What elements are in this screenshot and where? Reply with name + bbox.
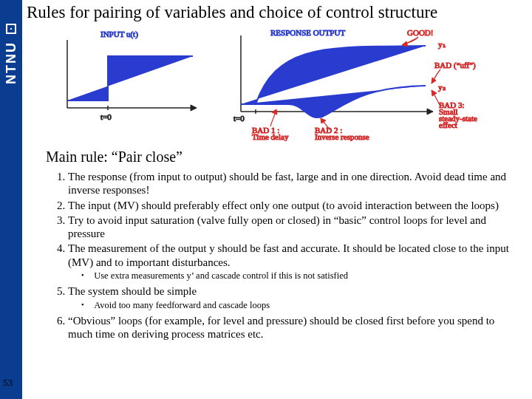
rule-1: The response (from input to output) shou… bbox=[68, 170, 519, 197]
bad-uff-label: BAD (“uff”) bbox=[434, 61, 476, 70]
rule-4-sub-item: Use extra measurements y’ and cascade co… bbox=[81, 270, 519, 282]
input-diagram: INPUT u(t) t=0 bbox=[49, 27, 204, 141]
rule-5-sub: Avoid too many feedforward and cascade l… bbox=[81, 300, 519, 311]
input-step-plot: INPUT u(t) t=0 bbox=[49, 27, 204, 126]
svg-marker-5 bbox=[427, 109, 433, 115]
svg-marker-1 bbox=[191, 105, 197, 111]
rule-4: The measurement of the output y should b… bbox=[68, 242, 519, 282]
slide-title: Rules for pairing of variables and choic… bbox=[27, 3, 526, 22]
diagrams: INPUT u(t) t=0 RESPONSE OUTPUT t=0 bbox=[49, 27, 526, 141]
page-number: 53 bbox=[3, 377, 13, 389]
input-title: INPUT u(t) bbox=[100, 30, 138, 39]
bad1-label: BAD 1 : Time delay bbox=[252, 126, 289, 141]
svg-marker-10 bbox=[272, 109, 277, 115]
brand-sidebar: NTNU bbox=[0, 0, 22, 399]
brand-text: NTNU bbox=[4, 41, 19, 84]
rules-list: The response (from input to output) shou… bbox=[68, 170, 519, 341]
slide-content: Rules for pairing of variables and choic… bbox=[27, 0, 532, 399]
response-title: RESPONSE OUTPUT bbox=[270, 28, 345, 37]
response-t0: t=0 bbox=[233, 114, 245, 123]
response-diagram: RESPONSE OUTPUT t=0 GOOD! y₁ BAD (“uff”) bbox=[219, 27, 485, 141]
ntnu-logo-icon bbox=[6, 24, 16, 34]
rule-5: The system should be simple Avoid too ma… bbox=[68, 284, 519, 311]
svg-marker-12 bbox=[432, 90, 437, 96]
bad2-label: BAD 2 : Inverse response bbox=[315, 126, 369, 141]
bad3-label: BAD 3: Small steady-state effect bbox=[439, 100, 480, 129]
rule-3: Try to avoid input saturation (valve ful… bbox=[68, 214, 519, 241]
rule-4-sub: Use extra measurements y’ and cascade co… bbox=[81, 270, 519, 282]
main-rule-heading: Main rule: “Pair close” bbox=[46, 149, 526, 166]
rule-5-sub-item: Avoid too many feedforward and cascade l… bbox=[81, 300, 519, 311]
y1-label: y₁ bbox=[438, 40, 446, 49]
rule-4-text: The measurement of the output y should b… bbox=[68, 242, 509, 267]
rule-6: “Obvious” loops (for example, for level … bbox=[68, 314, 519, 341]
input-t0: t=0 bbox=[100, 112, 112, 121]
response-plot: RESPONSE OUTPUT t=0 GOOD! y₁ BAD (“uff”) bbox=[219, 27, 485, 141]
svg-marker-9 bbox=[432, 78, 436, 83]
y2-label: y₂ bbox=[438, 83, 446, 92]
rule-5-text: The system should be simple bbox=[68, 285, 197, 297]
rule-2: The input (MV) should preferably effect … bbox=[68, 199, 519, 212]
good-label: GOOD! bbox=[407, 28, 433, 37]
svg-marker-11 bbox=[321, 118, 326, 123]
